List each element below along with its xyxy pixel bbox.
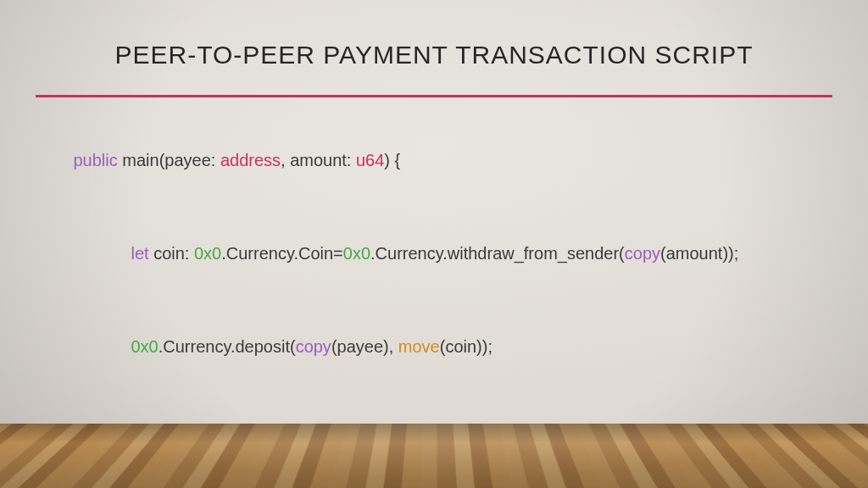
title-rule bbox=[36, 95, 832, 97]
token-text: (amount)); bbox=[660, 244, 738, 263]
token-text: ) { bbox=[384, 151, 400, 169]
slide-title: PEER-TO-PEER PAYMENT TRANSACTION SCRIPT bbox=[36, 41, 832, 69]
token-text: (coin)); bbox=[440, 337, 492, 356]
token-keyword: let bbox=[131, 244, 148, 263]
code-line-2: let coin: 0x0.Currency.Coin=0x0.Currency… bbox=[36, 213, 832, 294]
token-hex: 0x0 bbox=[131, 337, 158, 356]
token-text: .Currency.Coin= bbox=[221, 244, 343, 263]
token-text: , amount: bbox=[281, 151, 356, 169]
token-text: coin: bbox=[149, 244, 194, 263]
token-copy: copy bbox=[296, 337, 331, 356]
floor-planks bbox=[0, 424, 868, 488]
code-line-1: public main(payee: address, amount: u64)… bbox=[36, 119, 832, 201]
floor bbox=[0, 424, 868, 488]
token-copy: copy bbox=[625, 244, 660, 263]
token-text: main(payee: bbox=[118, 151, 220, 169]
code-line-3: 0x0.Currency.deposit(copy(payee), move(c… bbox=[36, 306, 832, 387]
token-hex: 0x0 bbox=[343, 244, 370, 263]
token-text: .Currency.deposit( bbox=[159, 337, 296, 356]
token-type: address bbox=[220, 151, 281, 169]
token-hex: 0x0 bbox=[194, 244, 221, 263]
token-move: move bbox=[398, 337, 440, 356]
token-type: u64 bbox=[356, 151, 384, 169]
token-text: (payee), bbox=[331, 337, 398, 356]
content-area: PEER-TO-PEER PAYMENT TRANSACTION SCRIPT … bbox=[36, 41, 832, 488]
token-keyword: public bbox=[73, 151, 117, 169]
slide: PEER-TO-PEER PAYMENT TRANSACTION SCRIPT … bbox=[0, 0, 868, 488]
token-text: .Currency.withdraw_from_sender( bbox=[370, 244, 625, 263]
